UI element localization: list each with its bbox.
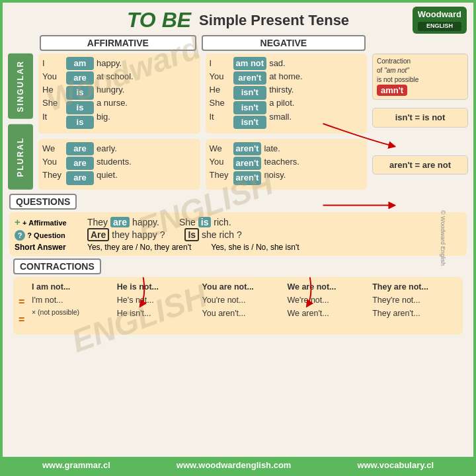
plural-aff-subjects: WeYouThey bbox=[42, 142, 63, 182]
question-sentence-2: Is she rich ? bbox=[184, 229, 241, 240]
are-outline: Are bbox=[87, 228, 109, 241]
is-highlight: is bbox=[198, 217, 212, 227]
contractions-section: CONTRACTIONS = = I am not... I'm not... … bbox=[13, 258, 463, 335]
isnt-callout-wrapper: isn't = is not bbox=[372, 108, 468, 128]
plural-neg-predicates: late.teachers.noisy. bbox=[264, 142, 299, 182]
singular-aff-predicates: happy.at school.hungry.a nurse.big. bbox=[97, 57, 134, 124]
contr-col3-header: You are not... bbox=[202, 280, 288, 294]
header: TO BE Simple Present Tense Woodward ENGL… bbox=[3, 3, 473, 35]
verb-are-1: are bbox=[66, 71, 94, 85]
question-content: Are they happy ? Is she rich ? bbox=[87, 229, 461, 240]
question-row: ? ? Question Are they happy ? Is she ric… bbox=[15, 229, 461, 241]
contractions-header: CONTRACTIONS bbox=[13, 258, 101, 274]
isnt-callout: isn't = is not bbox=[372, 108, 468, 128]
singular-neg-verbs: am not aren't isn't isn't isn't bbox=[233, 57, 267, 130]
contraction-note: Contractionof "am not"is not possible am… bbox=[372, 54, 468, 100]
equal-1: = bbox=[19, 294, 32, 311]
question-sentence-1: Are they happy ? bbox=[87, 229, 165, 240]
affirmative-half: IYouHeSheIt am are is is is happy.at sch… bbox=[38, 54, 200, 190]
page-container: Woodward ENGLISH ENGLISH TO BE Simple Pr… bbox=[0, 0, 476, 476]
short-answer-label: Short Answer bbox=[15, 243, 81, 252]
section-headers: AFFIRMATIVE NEGATIVE bbox=[8, 35, 468, 51]
contr-col-5: They are not... They're not... They aren… bbox=[372, 280, 457, 331]
verb-are-2: are bbox=[66, 142, 94, 155]
questions-section: QUESTIONS + + Affirmative They are happy… bbox=[9, 194, 467, 256]
contr-col1-row2: × (not possible) bbox=[32, 307, 117, 318]
tables-area: IYouHeSheIt am are is is is happy.at sch… bbox=[38, 54, 367, 190]
is-outline: Is bbox=[184, 228, 199, 241]
footer-link-1[interactable]: www.grammar.cl bbox=[42, 460, 110, 470]
amnt-badge: amn't bbox=[377, 85, 407, 96]
verb-isnt-1: isn't bbox=[233, 86, 267, 99]
contr-col-4: We are not... We're not... We aren't... bbox=[287, 280, 372, 331]
verb-is-1: is bbox=[66, 86, 94, 99]
affirmative-content: They are happy. She is rich. bbox=[87, 217, 461, 227]
contr-col2-row2: He isn't... bbox=[117, 307, 202, 320]
verb-is-3: is bbox=[66, 116, 94, 129]
verb-arent-1: aren't bbox=[233, 71, 267, 85]
contr-col2-row1: He's not... bbox=[117, 294, 202, 307]
main-content: AFFIRMATIVE NEGATIVE SINGULAR PLURAL bbox=[3, 35, 473, 335]
verb-are-3: are bbox=[66, 157, 94, 170]
arent-callout-wrapper: aren't = are not bbox=[372, 149, 468, 175]
singular-aff-verbs: am are is is is bbox=[66, 57, 94, 130]
verb-arent-2: aren't bbox=[233, 142, 262, 155]
plural-neg-verbs: aren't aren't aren't bbox=[233, 142, 262, 186]
side-labels: SINGULAR PLURAL bbox=[8, 54, 33, 190]
plural-aff-verbs: are are are bbox=[66, 142, 94, 186]
main-title: TO BE bbox=[127, 8, 191, 32]
right-callouts: Contractionof "am not"is not possible am… bbox=[372, 54, 468, 190]
verb-arent-3: aren't bbox=[233, 157, 262, 170]
contr-col-2: He is not... He's not... He isn't... bbox=[117, 280, 202, 331]
singular-neg-predicates: sad.at home.thirsty.a pilot.small. bbox=[269, 57, 303, 124]
singular-affirmative-box: IYouHeSheIt am are is is is happy.at sch… bbox=[38, 54, 200, 134]
plural-negative-box: WeYouThey aren't aren't aren't late.teac… bbox=[206, 139, 368, 190]
plural-affirmative-box: WeYouThey are are are early.students.qui… bbox=[38, 139, 200, 190]
plural-neg-subjects: WeYouThey bbox=[210, 142, 231, 182]
verb-arent-4: aren't bbox=[233, 171, 262, 184]
questions-body: + + Affirmative They are happy. She is r… bbox=[9, 212, 467, 256]
short-answer-row: Short Answer Yes, they are / No, they ar… bbox=[15, 243, 461, 252]
contr-col4-row1: We're not... bbox=[287, 294, 372, 307]
are-highlight: are bbox=[110, 217, 130, 227]
contr-col2-header: He is not... bbox=[117, 280, 202, 294]
verb-isnt-3: isn't bbox=[233, 116, 267, 129]
verb-am: am bbox=[66, 57, 94, 70]
verb-is-2: is bbox=[66, 101, 94, 114]
verb-amnot: am not bbox=[233, 57, 267, 70]
equals-column: = = bbox=[19, 280, 32, 331]
contr-col3-row1: You're not... bbox=[202, 294, 288, 307]
contractions-body: = = I am not... I'm not... × (not possib… bbox=[13, 277, 463, 335]
equal-2: = bbox=[19, 311, 32, 329]
short-answer-2: Yes, she is / No, she isn't bbox=[211, 243, 299, 252]
contr-col-3: You are not... You're not... You aren't.… bbox=[202, 280, 288, 331]
short-answer-1: Yes, they are / No, they aren't bbox=[87, 243, 191, 252]
affirmative-label: + + Affirmative bbox=[15, 216, 81, 227]
short-answer-content: Yes, they are / No, they aren't Yes, she… bbox=[87, 243, 461, 252]
contr-col1-row1: I'm not... bbox=[32, 294, 117, 307]
footer-link-3[interactable]: www.vocabulary.cl bbox=[357, 460, 434, 470]
footer-link-2[interactable]: www.woodwardenglish.com bbox=[177, 460, 292, 470]
negative-half: IYouHeSheIt am not aren't isn't isn't is… bbox=[206, 54, 368, 190]
contr-col3-row2: You aren't... bbox=[202, 307, 288, 320]
copyright: © Woodward English bbox=[440, 210, 446, 266]
singular-aff-subjects: IYouHeSheIt bbox=[42, 57, 63, 124]
contr-col4-row2: We aren't... bbox=[287, 307, 372, 320]
subtitle: Simple Present Tense bbox=[199, 12, 349, 29]
question-label: ? ? Question bbox=[15, 230, 81, 241]
woodward-logo: Woodward ENGLISH bbox=[413, 7, 467, 34]
contr-col5-row2: They aren't... bbox=[372, 307, 457, 320]
verb-isnt-2: isn't bbox=[233, 101, 267, 114]
grid-area: SINGULAR PLURAL IYouHeSheIt am are bbox=[8, 54, 468, 190]
negative-header: NEGATIVE bbox=[202, 35, 366, 51]
aff-sentence-2: She is rich. bbox=[179, 217, 231, 227]
contr-col-1: I am not... I'm not... × (not possible) bbox=[32, 280, 117, 331]
contr-col4-header: We are not... bbox=[287, 280, 372, 294]
singular-negative-box: IYouHeSheIt am not aren't isn't isn't is… bbox=[206, 54, 368, 134]
verb-are-4: are bbox=[66, 171, 94, 184]
contr-col5-header: They are not... bbox=[372, 280, 457, 294]
singular-neg-subjects: IYouHeSheIt bbox=[210, 57, 231, 124]
contr-col5-row1: They're not... bbox=[372, 294, 457, 307]
plural-aff-predicates: early.students.quiet. bbox=[97, 142, 132, 182]
affirmative-row: + + Affirmative They are happy. She is r… bbox=[15, 216, 461, 227]
